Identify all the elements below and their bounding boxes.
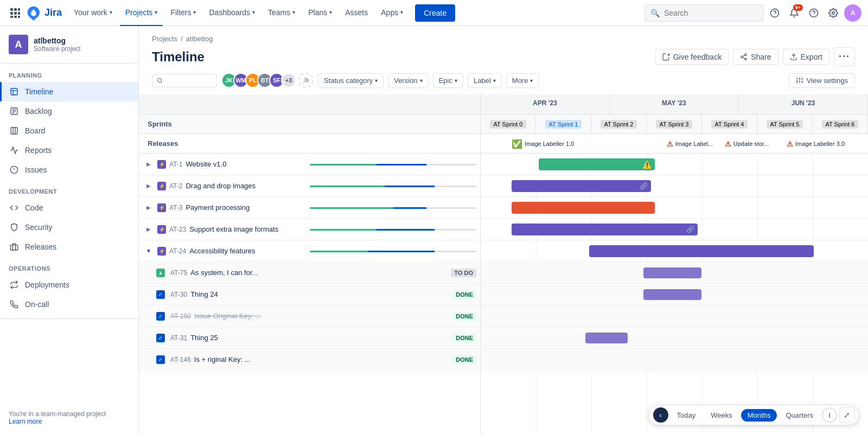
gantt-bar-at23[interactable]: 🔗 [512, 224, 698, 235]
chevron-down-icon: ▾ [292, 9, 295, 15]
gantt-bar-at30[interactable] [643, 289, 701, 300]
sidebar-item-releases[interactable]: Releases [0, 237, 138, 257]
user-avatar[interactable]: A [844, 4, 861, 22]
settings-icon[interactable] [825, 4, 842, 22]
expand-icon[interactable]: ▶ [143, 181, 154, 192]
sidebar-item-security[interactable]: Security [0, 218, 138, 237]
issue-row-at75[interactable]: ▲ AT-75 As system, I can for... TO DO [139, 262, 480, 284]
issue-row-at24[interactable]: ▼ ⚡ AT-24 Accessibility features [139, 240, 480, 262]
epic-filter[interactable]: Epic ▾ [433, 73, 463, 88]
story-icon: ▲ [156, 269, 165, 277]
page-actions: Give feedback Share Export ··· [655, 47, 855, 66]
nav-filters[interactable]: Filters ▾ [165, 0, 201, 26]
issue-key: AT-146 [170, 356, 191, 363]
gantt-bar-at3[interactable] [512, 202, 655, 214]
project-header[interactable]: A atlbettog Software project [0, 26, 138, 63]
month-apr: APR '23 [481, 94, 610, 114]
timeline-prev-button[interactable]: ‹ [653, 407, 668, 423]
collapse-icon[interactable]: ▼ [143, 246, 154, 257]
status-category-filter[interactable]: Status category ▾ [318, 73, 384, 88]
sidebar-item-oncall[interactable]: On-call [0, 295, 138, 314]
search-box[interactable]: 🔍 [644, 4, 764, 22]
issue-row-at31[interactable]: ✓ AT-31 Thing 25 DONE [139, 327, 480, 349]
gantt-bar-at31[interactable] [585, 333, 628, 343]
jira-logo[interactable]: Jira [26, 5, 62, 21]
add-person-button[interactable] [298, 73, 314, 88]
expand-icon[interactable]: ▶ [143, 202, 154, 213]
gantt-bar-at24[interactable] [589, 245, 814, 257]
epic-icon: ⚡ [157, 225, 166, 234]
operations-section-label: OPERATIONS [0, 257, 138, 275]
issue-row-at2[interactable]: ▶ ⚡ AT-2 Drag and drop images [139, 175, 480, 197]
issue-row-at30[interactable]: ✓ AT-30 Thing 24 DONE [139, 284, 480, 305]
label-filter[interactable]: Label ▾ [468, 73, 502, 88]
logo-text: Jira [44, 7, 62, 18]
sidebar-item-code[interactable]: Code [0, 198, 138, 218]
sidebar-item-board[interactable]: Board [0, 121, 138, 141]
timeline-container: Sprints Releases ▶ ⚡ AT-1 [139, 94, 868, 434]
nav-teams[interactable]: Teams ▾ [263, 0, 301, 26]
nav-dashboards[interactable]: Dashboards ▾ [203, 0, 260, 26]
expand-button[interactable]: ⤢ [839, 407, 854, 423]
chevron-down-icon: ▾ [193, 9, 196, 15]
status-badge: TO DO [451, 269, 476, 277]
nav-your-work[interactable]: Your work ▾ [68, 0, 118, 26]
sidebar-item-backlog[interactable]: Backlog [0, 101, 138, 121]
gantt-bar-at75[interactable] [643, 267, 701, 278]
version-filter[interactable]: Version ▾ [388, 73, 428, 88]
give-feedback-button[interactable]: Give feedback [655, 49, 729, 65]
sidebar-item-deployments[interactable]: Deployments [0, 275, 138, 295]
chevron-down-icon: ▾ [493, 78, 496, 84]
today-button[interactable]: Today [671, 409, 703, 422]
sidebar-item-issues[interactable]: Issues [0, 160, 138, 180]
more-filter[interactable]: More ▾ [506, 73, 539, 88]
issue-row-at23[interactable]: ▶ ⚡ AT-23 Support extra image formats [139, 219, 480, 240]
gantt-row-at31 [481, 327, 868, 349]
export-icon [790, 53, 797, 61]
gantt-row-at2: 🔗 [481, 175, 868, 197]
breadcrumb-project[interactable]: atlbettog [186, 35, 213, 43]
sidebar-item-timeline[interactable]: Timeline [0, 82, 138, 101]
info-button[interactable]: i [822, 407, 837, 423]
project-type: Software project [34, 45, 81, 53]
task-icon: ✓ [156, 355, 165, 364]
notifications-icon[interactable]: 9+ [786, 4, 803, 22]
issue-row-at1[interactable]: ▶ ⚡ AT-1 Website v1.0 [139, 154, 480, 175]
gantt-bar-at2[interactable]: 🔗 [512, 180, 651, 192]
nav-assets[interactable]: Assets [340, 0, 373, 26]
issue-row-at150[interactable]: ✓ AT-150 Issue Original Key: ... DONE [139, 305, 480, 327]
create-button[interactable]: Create [415, 4, 455, 22]
issue-key: AT-30 [170, 291, 187, 298]
breadcrumb: Projects / atlbettog [152, 35, 855, 43]
nav-plans[interactable]: Plans ▾ [303, 0, 337, 26]
view-settings-button[interactable]: View settings [789, 73, 855, 88]
breadcrumb-projects[interactable]: Projects [152, 35, 177, 43]
learn-more-link[interactable]: Learn more [9, 418, 42, 425]
timeline-search-input[interactable] [165, 76, 212, 85]
help-circle-icon[interactable] [766, 4, 783, 22]
expand-icon[interactable]: ▶ [143, 159, 154, 170]
release-item-3: ⚠ Update stor... [725, 139, 769, 148]
weeks-button[interactable]: Weeks [704, 409, 739, 422]
nav-apps[interactable]: Apps ▾ [375, 0, 409, 26]
task-icon: ✓ [156, 290, 165, 299]
search-input[interactable] [664, 9, 758, 17]
issue-row-at146[interactable]: ✓ AT-146 Is + riginal Key: ... DONE [139, 349, 480, 371]
epic-icon: ⚡ [157, 160, 166, 169]
notification-badge: 9+ [793, 4, 803, 11]
more-actions-button[interactable]: ··· [834, 47, 855, 66]
apps-grid-icon[interactable] [7, 4, 24, 22]
sidebar-item-reports[interactable]: Reports [0, 141, 138, 160]
avatar-count[interactable]: +3 [281, 73, 296, 88]
timeline-search[interactable] [152, 74, 217, 87]
nav-projects[interactable]: Projects ▾ [120, 0, 163, 26]
share-button[interactable]: Share [733, 49, 778, 65]
help-icon[interactable] [805, 4, 822, 22]
issue-row-at3[interactable]: ▶ ⚡ AT-3 Payment processing [139, 197, 480, 219]
export-button[interactable]: Export [783, 49, 829, 65]
issue-key: AT-24 [169, 247, 186, 255]
gantt-bar-at1[interactable]: ⚠️ [539, 158, 655, 170]
expand-icon[interactable]: ▶ [143, 224, 154, 235]
months-button[interactable]: Months [741, 409, 777, 422]
quarters-button[interactable]: Quarters [779, 409, 820, 422]
